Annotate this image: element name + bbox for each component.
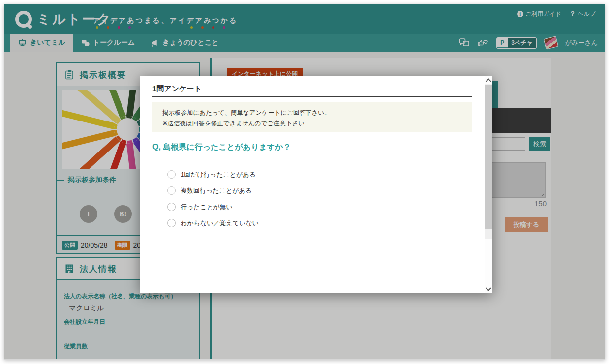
question-divider (152, 156, 472, 156)
radio-option-3[interactable]: 行ったことが無い (167, 199, 259, 215)
radio-button[interactable] (167, 219, 176, 227)
radio-option-2[interactable]: 複数回行ったことがある (167, 182, 259, 199)
title-divider (152, 96, 472, 97)
radio-button[interactable] (167, 186, 176, 195)
scroll-up-icon[interactable] (486, 78, 491, 84)
radio-option-1[interactable]: 1回だけ行ったことがある (167, 166, 259, 182)
survey-modal: 1問アンケート 掲示板参加にあたって、簡単なアンケートにご回答下さい。 ※送信後… (140, 76, 492, 293)
survey-question: Q, 島根県に行ったことがありますか？ (152, 142, 291, 152)
survey-notice: 掲示板参加にあたって、簡単なアンケートにご回答下さい。 ※送信後は回答を修正でき… (152, 102, 472, 132)
radio-option-4[interactable]: わからない／覚えていない (167, 215, 259, 231)
radio-button[interactable] (167, 170, 176, 179)
scrollbar-thumb[interactable] (485, 85, 492, 229)
radio-button[interactable] (167, 203, 176, 211)
modal-scrollbar[interactable] (485, 76, 492, 293)
scroll-down-icon[interactable] (486, 285, 491, 291)
modal-title: 1問アンケート (152, 84, 202, 93)
